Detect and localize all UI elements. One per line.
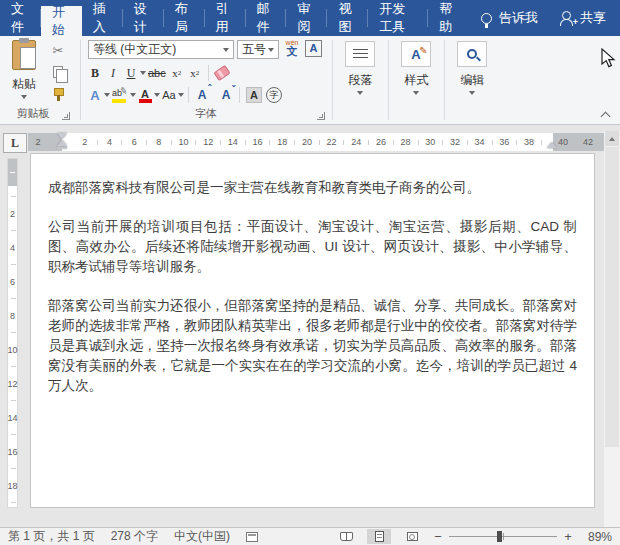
paragraph[interactable]: 成都部落窝科技有限公司是一家主营在线教育和教育类电子商务的公司。: [48, 178, 577, 198]
paragraph-group: 段落: [333, 36, 388, 124]
ribbon-tab-help[interactable]: 帮助: [428, 0, 469, 36]
paragraph-dropdown-arrow[interactable]: [357, 91, 363, 95]
zoom-level[interactable]: 89%: [582, 530, 612, 544]
text-effects-button[interactable]: A: [86, 86, 104, 105]
document-page[interactable]: 成都部落窝科技有限公司是一家主营在线教育和教育类电子商务的公司。公司当前开展的培…: [30, 153, 595, 508]
scroll-up-button[interactable]: [605, 131, 619, 146]
font-color-button[interactable]: A: [136, 86, 154, 105]
first-line-indent-marker[interactable]: [57, 133, 67, 139]
shrink-font-button[interactable]: A: [217, 86, 235, 105]
web-layout-button[interactable]: [400, 529, 424, 544]
strikethrough-button[interactable]: abc: [146, 64, 168, 83]
eraser-icon: [213, 65, 230, 81]
right-indent-marker[interactable]: [547, 142, 557, 148]
change-case-dropdown-arrow[interactable]: [178, 93, 184, 97]
font-dialog-launcher[interactable]: [317, 112, 325, 120]
ribbon-tab-developer[interactable]: 开发工具: [368, 0, 428, 36]
read-mode-icon: [340, 532, 353, 541]
horizontal-ruler[interactable]: 2 2468101214161820222426283032343638 40 …: [28, 133, 620, 151]
zoom-control: − +: [433, 529, 573, 544]
copy-button[interactable]: [48, 63, 68, 81]
scrollbar-thumb[interactable]: [605, 147, 619, 447]
paragraph[interactable]: 公司当前开展的培训项目包括：平面设计、淘宝设计、淘宝运营、摄影后期、CAD 制图…: [48, 217, 577, 277]
vertical-ruler[interactable]: 24681012141618: [7, 158, 18, 508]
grow-font-button[interactable]: A: [193, 86, 211, 105]
superscript-button[interactable]: x2: [186, 64, 204, 83]
ribbon-tab-home[interactable]: 开始: [41, 6, 82, 36]
word-count[interactable]: 278 个字: [111, 528, 158, 545]
paragraph[interactable]: 部落窝公司当前实力还很小，但部落窝坚持的是精品、诚信、分享、共同成长。部落窝对老…: [48, 296, 577, 396]
ribbon-tab-file[interactable]: 文件: [0, 0, 41, 36]
zoom-in-button[interactable]: +: [563, 529, 573, 544]
font-group: 等线 (中文正文) 五号 wén 文 A B I U abc x2 x2 A: [81, 36, 331, 124]
vertical-scrollbar[interactable]: [604, 131, 620, 527]
chevron-down-icon: [223, 48, 229, 52]
editing-dropdown-arrow[interactable]: [469, 91, 475, 95]
document-text: 成都部落窝科技有限公司是一家主营在线教育和教育类电子商务的公司。公司当前开展的培…: [31, 154, 594, 396]
h-ruler-numbers: 2468101214161820222426283032343638: [62, 133, 553, 151]
ribbon-tab-layout[interactable]: 布局: [164, 0, 205, 36]
zoom-out-button[interactable]: −: [433, 529, 443, 544]
ruler-number: 12: [8, 367, 17, 401]
print-layout-button[interactable]: [367, 529, 391, 544]
page-indicator[interactable]: 第 1 页，共 1 页: [8, 528, 95, 545]
paste-dropdown-arrow[interactable]: [21, 95, 27, 99]
tab-stop-selector[interactable]: L: [3, 133, 27, 153]
language-indicator[interactable]: 中文(中国): [174, 528, 230, 545]
styles-dropdown-arrow[interactable]: [413, 91, 419, 95]
ruler-number: 20: [295, 133, 320, 151]
ruler-number: 2: [73, 133, 98, 151]
ruler-number: 18: [8, 469, 17, 503]
ruler-number: 10: [8, 333, 17, 367]
clipboard-dialog-launcher[interactable]: [62, 112, 70, 120]
change-case-button[interactable]: Aa: [160, 86, 178, 105]
paragraph-button[interactable]: [345, 41, 375, 67]
ribbon-tab-mailings[interactable]: 邮件: [246, 0, 287, 36]
enclose-characters-button[interactable]: 字: [264, 86, 284, 105]
ribbon-tab-review[interactable]: 审阅: [286, 0, 327, 36]
collapse-ribbon-button[interactable]: [602, 110, 610, 118]
highlight-button[interactable]: ab✎: [110, 86, 130, 105]
subscript-button[interactable]: x2: [168, 64, 186, 83]
ruler-number: 36: [492, 133, 517, 151]
hanging-indent-marker[interactable]: [57, 140, 67, 146]
character-shading-button[interactable]: A: [244, 86, 264, 105]
underline-button[interactable]: U: [122, 64, 140, 83]
copy-icon: [53, 66, 63, 78]
styles-group: A✎ 样式: [389, 36, 444, 124]
ruler-number: 8: [8, 299, 17, 333]
ruler-number: 18: [270, 133, 295, 151]
zoom-slider[interactable]: [449, 536, 557, 537]
ribbon-tab-view[interactable]: 视图: [327, 0, 368, 36]
ruler-number: 16: [245, 133, 270, 151]
indent-markers[interactable]: [57, 133, 67, 151]
ruler-margin-number: 42: [580, 133, 596, 151]
styles-button[interactable]: A✎: [401, 41, 431, 67]
share-button[interactable]: + 共享: [550, 0, 620, 36]
format-painter-button[interactable]: [48, 85, 68, 103]
italic-button[interactable]: I: [104, 64, 122, 83]
editing-group: 编辑: [445, 36, 500, 124]
editing-button[interactable]: [457, 41, 487, 67]
format-painter-icon: [52, 88, 64, 101]
tell-me-button[interactable]: 告诉我: [469, 0, 550, 36]
font-name-combobox[interactable]: 等线 (中文正文): [88, 40, 234, 59]
ribbon-tab-design[interactable]: 设计: [123, 0, 164, 36]
search-icon: [467, 49, 477, 59]
ribbon-tab-insert[interactable]: 插入: [82, 0, 123, 36]
ribbon-tab-references[interactable]: 引用: [205, 0, 246, 36]
zoom-slider-thumb[interactable]: [497, 531, 502, 542]
phonetic-guide-button[interactable]: wén 文: [283, 39, 301, 59]
character-border-button[interactable]: A: [305, 40, 322, 57]
cut-button[interactable]: ✂: [48, 41, 68, 59]
paragraph-group-label: 段落: [333, 72, 388, 89]
ruler-number: 6: [8, 265, 17, 299]
left-indent-marker[interactable]: [57, 146, 67, 149]
bold-button[interactable]: B: [86, 64, 104, 83]
paste-button[interactable]: 粘贴: [6, 40, 42, 116]
clear-formatting-button[interactable]: [213, 64, 231, 83]
macro-record-icon[interactable]: [246, 532, 258, 542]
ruler-number: 10: [171, 133, 196, 151]
read-mode-button[interactable]: [334, 529, 358, 544]
font-size-combobox[interactable]: 五号: [237, 40, 279, 59]
